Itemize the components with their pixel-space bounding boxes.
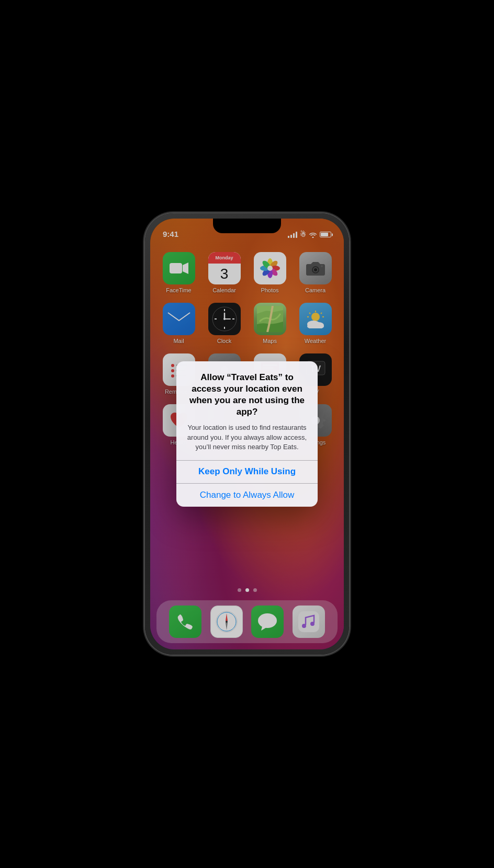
alert-dialog: Allow “Travel Eats” to access your locat… xyxy=(176,361,318,507)
alert-change-button[interactable]: Change to Always Allow xyxy=(176,484,318,507)
phone-screen: 9:41 ☃ xyxy=(150,219,344,649)
alert-keep-button[interactable]: Keep Only While Using xyxy=(176,460,318,483)
alert-overlay: Allow “Travel Eats” to access your locat… xyxy=(150,219,344,649)
alert-content: Allow “Travel Eats” to access your locat… xyxy=(176,361,318,460)
alert-message: Your location is used to find restaurant… xyxy=(185,423,309,452)
phone-frame: 9:41 ☃ xyxy=(145,213,349,655)
alert-title: Allow “Travel Eats” to access your locat… xyxy=(185,372,309,418)
